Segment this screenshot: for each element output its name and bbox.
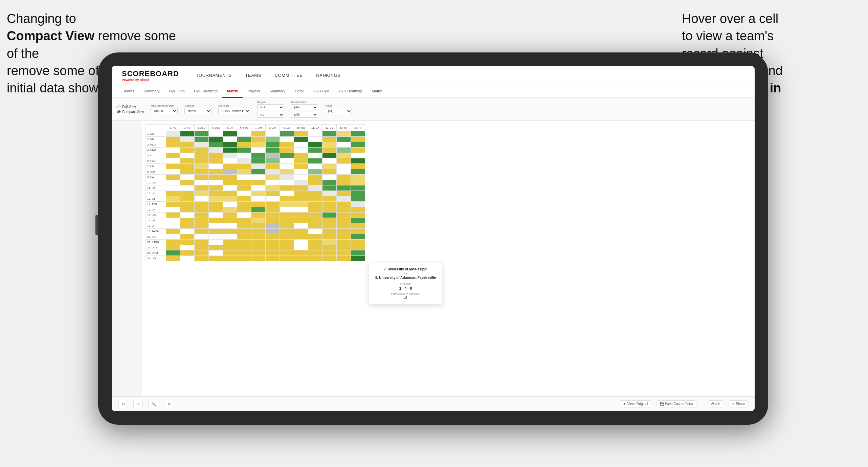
- cell-6-12[interactable]: [322, 158, 337, 164]
- cell-15-13[interactable]: [337, 207, 351, 213]
- cell-13-5[interactable]: [223, 196, 237, 202]
- conference-select2[interactable]: (All): [291, 112, 318, 118]
- cell-5-7[interactable]: [251, 153, 266, 158]
- cell-11-6[interactable]: [237, 185, 251, 191]
- cell-2-8[interactable]: [266, 137, 280, 142]
- cell-9-3[interactable]: [195, 175, 209, 180]
- cell-22-1[interactable]: [166, 245, 180, 250]
- cell-1-6[interactable]: [237, 131, 251, 137]
- cell-6-10[interactable]: [294, 158, 308, 164]
- cell-20-5[interactable]: [223, 234, 237, 240]
- tab-h2h-heatmap[interactable]: H2H Heatmap: [189, 85, 222, 98]
- cell-20-2[interactable]: [180, 234, 195, 240]
- cell-10-9[interactable]: [280, 180, 294, 185]
- cell-23-6[interactable]: [237, 250, 251, 256]
- cell-19-5[interactable]: [223, 229, 237, 234]
- cell-23-12[interactable]: [322, 250, 337, 256]
- radio-full-view[interactable]: Full View: [117, 105, 144, 109]
- cell-1-14[interactable]: [351, 131, 365, 137]
- cell-16-14[interactable]: [351, 213, 365, 218]
- cell-4-10[interactable]: [294, 148, 308, 153]
- cell-15-10[interactable]: [294, 207, 308, 213]
- cell-12-12[interactable]: [322, 191, 337, 196]
- cell-11-4[interactable]: [209, 185, 223, 191]
- cell-24-8[interactable]: [266, 256, 280, 261]
- cell-15-2[interactable]: [180, 207, 195, 213]
- cell-5-8[interactable]: [266, 153, 280, 158]
- cell-17-7[interactable]: [251, 218, 266, 223]
- cell-7-12[interactable]: [322, 164, 337, 169]
- cell-11-13[interactable]: [337, 185, 351, 191]
- cell-1-8[interactable]: [266, 131, 280, 137]
- cell-14-4[interactable]: [209, 202, 223, 207]
- cell-23-13[interactable]: [337, 250, 351, 256]
- cell-20-1[interactable]: [166, 234, 180, 240]
- cell-18-1[interactable]: [166, 223, 180, 229]
- cell-20-8[interactable]: [266, 234, 280, 240]
- cell-21-11[interactable]: [308, 240, 322, 245]
- cell-10-10[interactable]: [294, 180, 308, 185]
- cell-10-12[interactable]: [322, 180, 337, 185]
- cell-19-7[interactable]: [251, 229, 266, 234]
- cell-22-13[interactable]: [337, 245, 351, 250]
- cell-18-7[interactable]: [251, 223, 266, 229]
- cell-12-6[interactable]: [237, 191, 251, 196]
- cell-5-5[interactable]: [223, 153, 237, 158]
- cell-24-14[interactable]: [351, 256, 365, 261]
- cell-6-6[interactable]: [237, 158, 251, 164]
- cell-17-6[interactable]: [237, 218, 251, 223]
- cell-10-11[interactable]: [308, 180, 322, 185]
- cell-10-3[interactable]: [195, 180, 209, 185]
- cell-3-10[interactable]: [294, 142, 308, 148]
- cell-5-13[interactable]: [337, 153, 351, 158]
- cell-12-13[interactable]: [337, 191, 351, 196]
- cell-20-10[interactable]: [294, 234, 308, 240]
- cell-17-10[interactable]: [294, 218, 308, 223]
- cell-19-1[interactable]: [166, 229, 180, 234]
- cell-13-10[interactable]: [294, 196, 308, 202]
- cell-4-3[interactable]: [195, 148, 209, 153]
- cell-11-1[interactable]: [166, 185, 180, 191]
- cell-13-14[interactable]: [351, 196, 365, 202]
- team-select[interactable]: (All): [325, 108, 352, 114]
- max-teams-select[interactable]: Top 50: [151, 108, 178, 114]
- cell-21-3[interactable]: [195, 240, 209, 245]
- tab-matrix[interactable]: Matrix: [222, 85, 243, 98]
- cell-10-1[interactable]: [166, 180, 180, 185]
- cell-14-10[interactable]: [294, 202, 308, 207]
- cell-1-2[interactable]: [180, 131, 195, 137]
- cell-3-11[interactable]: [308, 142, 322, 148]
- cell-13-2[interactable]: [180, 196, 195, 202]
- cell-16-3[interactable]: [195, 213, 209, 218]
- cell-16-1[interactable]: [166, 213, 180, 218]
- cell-3-5[interactable]: [223, 142, 237, 148]
- cell-9-4[interactable]: [209, 175, 223, 180]
- cell-8-13[interactable]: [337, 169, 351, 175]
- cell-10-13[interactable]: [337, 180, 351, 185]
- cell-15-5[interactable]: [223, 207, 237, 213]
- radio-compact-view[interactable]: Compact View: [117, 110, 144, 114]
- cell-12-4[interactable]: [209, 191, 223, 196]
- cell-16-4[interactable]: [209, 213, 223, 218]
- cell-11-9[interactable]: [280, 185, 294, 191]
- cell-19-13[interactable]: [337, 229, 351, 234]
- tab-h2h-heatmap2[interactable]: H2H Heatmap: [334, 85, 367, 98]
- cell-10-2[interactable]: [180, 180, 195, 185]
- cell-22-11[interactable]: [308, 245, 322, 250]
- save-custom-button[interactable]: 💾 Save Custom View: [656, 400, 696, 407]
- cell-6-5[interactable]: [223, 158, 237, 164]
- cell-14-1[interactable]: [166, 202, 180, 207]
- tab-summary[interactable]: Summary: [139, 85, 164, 98]
- cell-6-8[interactable]: [266, 158, 280, 164]
- cell-9-6[interactable]: [237, 175, 251, 180]
- cell-20-7[interactable]: [251, 234, 266, 240]
- cell-13-1[interactable]: [166, 196, 180, 202]
- cell-24-4[interactable]: [209, 256, 223, 261]
- cell-12-10[interactable]: [294, 191, 308, 196]
- cell-16-5[interactable]: [223, 213, 237, 218]
- cell-23-5[interactable]: [223, 250, 237, 256]
- cell-19-8[interactable]: [266, 229, 280, 234]
- cell-24-9[interactable]: [280, 256, 294, 261]
- cell-10-8[interactable]: [266, 180, 280, 185]
- cell-24-13[interactable]: [337, 256, 351, 261]
